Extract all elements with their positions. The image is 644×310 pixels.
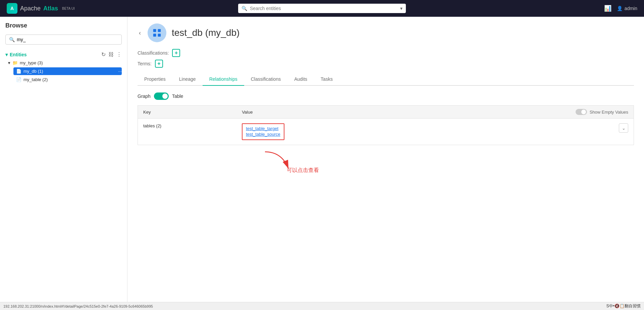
table-label: Table — [172, 94, 183, 99]
arrow-svg — [255, 148, 322, 179]
file-icon-2: 📄 — [16, 77, 21, 82]
more-icon-selected[interactable]: ··· — [118, 69, 122, 74]
tab-classifications[interactable]: Classifications — [244, 73, 287, 86]
terms-label: Terms: — [138, 61, 152, 66]
tree-item-my-db[interactable]: 📄 my_db (1) ··· — [13, 67, 122, 75]
view-toggle-switch[interactable] — [154, 92, 169, 100]
sidebar-search-container[interactable]: 🔍 — [5, 35, 122, 45]
tab-lineage[interactable]: Lineage — [172, 73, 203, 86]
tree-item-selected-label: my_db (1) — [23, 69, 43, 74]
sidebar-search-input[interactable] — [17, 37, 118, 42]
show-empty-switch[interactable] — [576, 109, 587, 115]
entities-label: Entities — [10, 52, 27, 57]
link-icon[interactable]: ⛓ — [108, 52, 114, 58]
entities-section: ▾ Entities ↻ ⛓ ⋮ ▾ 📁 my_type (3) 📄 my_db… — [0, 47, 127, 86]
view-toggle: Graph Table — [138, 92, 634, 100]
brand-apache: Apache — [20, 5, 41, 12]
entity-header: ‹ test_db (my_db) — [138, 23, 634, 42]
value-link-1[interactable]: test_table_target — [246, 126, 280, 131]
actions-cell: ⌄ — [417, 119, 634, 145]
search-input[interactable] — [250, 6, 397, 11]
col-actions-header: Show Empty Values — [417, 106, 634, 119]
key-cell: tables (2) — [138, 119, 237, 145]
statusbar: 192.168.202.31:21000/n/index.html#!/deta… — [0, 302, 644, 310]
tab-properties[interactable]: Properties — [138, 73, 172, 86]
chevron-down-icon: ▾ — [5, 52, 8, 57]
entities-toggle[interactable]: ▾ Entities — [5, 52, 27, 57]
user-icon: 👤 — [617, 6, 623, 11]
sidebar-search-icon: 🔍 — [9, 37, 15, 42]
table-row: tables (2) test_table_target test_table_… — [138, 119, 634, 145]
value-cell: test_table_target test_table_source — [236, 119, 417, 145]
add-classification-button[interactable]: + — [172, 49, 180, 57]
brand-atlas: Atlas — [43, 5, 58, 12]
chevron-right-icon: ▾ — [8, 60, 10, 65]
show-empty-toggle[interactable]: Show Empty Values — [576, 109, 628, 115]
navbar-right: 📊 👤 admin — [604, 5, 637, 12]
more-icon[interactable]: ⋮ — [116, 51, 122, 58]
relationships-table: Key Value Show Empty Values tables (2) — [138, 105, 634, 145]
graph-label: Graph — [138, 94, 151, 99]
main-layout: Browse 🔍 ▾ Entities ↻ ⛓ ⋮ ▾ 📁 my_typ — [0, 17, 644, 302]
svg-rect-2 — [153, 34, 156, 37]
tabs: Properties Lineage Relationships Classif… — [138, 73, 634, 86]
tree-item-my-type[interactable]: ▾ 📁 my_type (3) — [5, 59, 122, 67]
entity-title: test_db (my_db) — [172, 27, 239, 38]
entity-icon — [148, 23, 166, 42]
annotation: 可以点击查看 — [255, 148, 634, 179]
tab-tasks[interactable]: Tasks — [314, 73, 339, 86]
user-menu[interactable]: 👤 admin — [617, 6, 637, 11]
show-empty-label: Show Empty Values — [590, 110, 628, 115]
chevron-down-icon[interactable]: ▾ — [400, 6, 402, 11]
statusbar-icons: S中•🔇📋翻自習慣 — [606, 303, 641, 309]
tab-relationships[interactable]: Relationships — [203, 73, 244, 86]
tree-item-child-label: my_table (2) — [23, 77, 48, 82]
entities-actions: ↻ ⛓ ⋮ — [101, 51, 122, 58]
value-link-2[interactable]: test_table_source — [246, 132, 280, 137]
statusbar-right: S中•🔇📋翻自習慣 — [606, 303, 641, 309]
tab-audits[interactable]: Audits — [287, 73, 314, 86]
refresh-icon[interactable]: ↻ — [101, 51, 106, 58]
brand-logo: A — [7, 3, 17, 14]
brand-beta: BETA UI — [62, 7, 75, 10]
user-label: admin — [625, 6, 637, 11]
svg-rect-1 — [158, 29, 161, 32]
terms-row: Terms: + — [138, 60, 634, 68]
svg-rect-0 — [153, 29, 156, 32]
tree-children: 📄 my_db (1) ··· 📄 my_table (2) — [5, 67, 122, 83]
svg-rect-3 — [158, 34, 161, 37]
brand: A Apache Atlas BETA UI — [7, 3, 75, 14]
col-value-header: Value — [236, 106, 417, 119]
search-bar[interactable]: 🔍 ▾ — [238, 4, 406, 13]
annotation-text: 可以点击查看 — [287, 167, 319, 174]
expand-button[interactable]: ⌄ — [619, 123, 628, 133]
chart-icon[interactable]: 📊 — [604, 5, 611, 12]
search-icon: 🔍 — [241, 6, 247, 11]
add-term-button[interactable]: + — [155, 60, 163, 68]
classifications-row: Classifications: + — [138, 49, 634, 57]
folder-icon: 📁 — [12, 60, 18, 65]
classifications-label: Classifications: — [138, 50, 169, 56]
back-button[interactable]: ‹ — [138, 28, 142, 38]
sidebar-header: Browse — [0, 17, 127, 32]
status-url: 192.168.202.31:21000/n/index.html#!/deta… — [3, 304, 153, 308]
sidebar: Browse 🔍 ▾ Entities ↻ ⛓ ⋮ ▾ 📁 my_typ — [0, 17, 127, 302]
content-area: ‹ test_db (my_db) Classifications: + Ter… — [127, 17, 644, 302]
navbar: A Apache Atlas BETA UI 🔍 ▾ 📊 👤 admin — [0, 0, 644, 17]
tree-item-my-table[interactable]: 📄 my_table (2) — [13, 76, 122, 83]
entities-header: ▾ Entities ↻ ⛓ ⋮ — [5, 50, 122, 59]
value-box: test_table_target test_table_source — [242, 123, 284, 140]
tree-item-label: my_type (3) — [20, 60, 43, 65]
file-icon: 📄 — [16, 69, 21, 74]
col-key-header: Key — [138, 106, 237, 119]
